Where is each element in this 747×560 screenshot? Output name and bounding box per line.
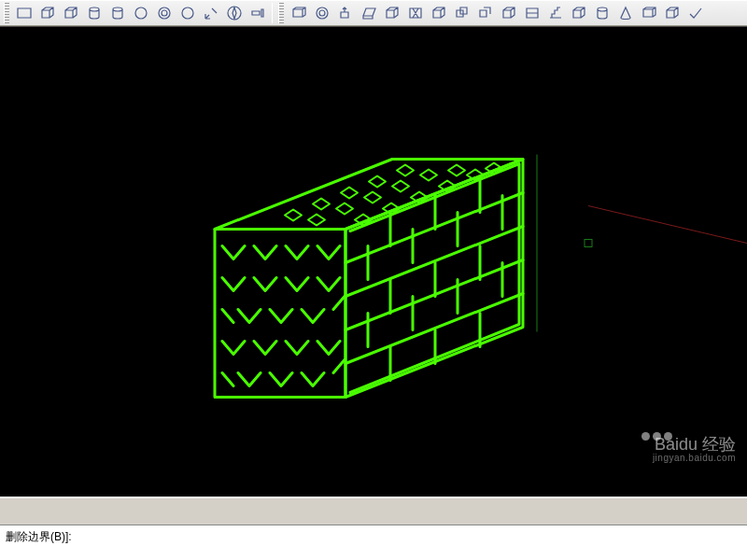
sweep-icon[interactable]	[381, 3, 402, 24]
realistic-icon[interactable]	[83, 3, 105, 24]
circle-draw-icon[interactable]	[311, 3, 332, 24]
command-line-area[interactable]: 删除边界(B)]:	[0, 525, 747, 560]
toolbar-grip[interactable]	[4, 3, 9, 23]
toolbar-view	[0, 0, 747, 26]
wireframe-3d-icon[interactable]	[36, 3, 58, 24]
intersect-icon[interactable]	[498, 3, 519, 24]
slice-icon[interactable]	[521, 3, 543, 24]
revolve-icon[interactable]	[404, 3, 426, 24]
shell-icon[interactable]	[661, 3, 683, 24]
separate-icon[interactable]	[638, 3, 659, 24]
drawing-viewport[interactable]: Baidu 经验 jingyan.baidu.com	[0, 26, 747, 497]
hidden-icon[interactable]	[60, 3, 81, 24]
cube-drawing[interactable]	[215, 160, 523, 398]
axis-node[interactable]	[585, 240, 592, 247]
check-icon[interactable]	[684, 3, 706, 24]
union-icon[interactable]	[451, 3, 472, 24]
circ2-icon[interactable]	[153, 3, 175, 24]
box-icon[interactable]	[288, 3, 309, 24]
imprint-icon[interactable]	[568, 3, 589, 24]
hatch2-icon[interactable]	[614, 3, 636, 24]
command-prompt-line: 删除边界(B)]:	[6, 529, 741, 545]
subtract-icon[interactable]	[474, 3, 496, 24]
loft-icon[interactable]	[428, 3, 449, 24]
compass-icon[interactable]	[223, 3, 245, 24]
toggle-icon[interactable]	[247, 3, 268, 24]
circ3-icon[interactable]	[176, 3, 198, 24]
hatch-right-brick	[345, 179, 523, 381]
cad-canvas[interactable]	[0, 27, 747, 497]
hatch-top-diamonds	[285, 163, 502, 226]
hatch-front-checkmarks	[222, 246, 345, 386]
circ1-icon[interactable]	[130, 3, 151, 24]
section-icon[interactable]	[544, 3, 566, 24]
hatch1-icon[interactable]	[591, 3, 613, 24]
toolbar-grip[interactable]	[278, 3, 284, 23]
presspull-icon[interactable]	[334, 3, 356, 24]
status-bar-gap	[0, 497, 747, 525]
ucs-icon[interactable]	[200, 3, 221, 24]
extrude-icon[interactable]	[358, 3, 379, 24]
wireframe-2d-icon[interactable]	[13, 3, 35, 24]
toolbar-separator	[272, 3, 273, 23]
conceptual-icon[interactable]	[106, 3, 128, 24]
axis-diagonal	[588, 206, 747, 244]
